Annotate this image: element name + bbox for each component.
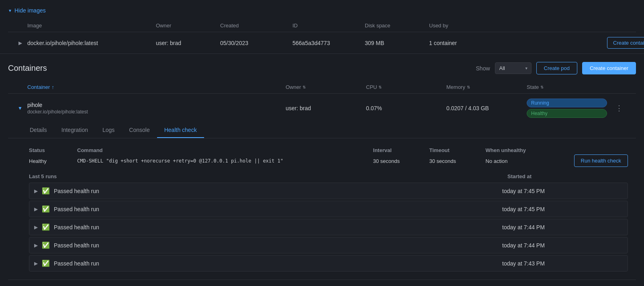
create-pod-button[interactable]: Create pod	[536, 62, 577, 74]
run-expand-icon-3[interactable]: ▶	[34, 243, 38, 248]
running-badge: Running	[527, 99, 607, 107]
tab-health-check[interactable]: Health check	[157, 123, 204, 138]
containers-table-header: Container ↑ Owner ⇅ CPU ⇅ Memory ⇅ State…	[8, 81, 636, 94]
check-icon-1: ✅	[42, 205, 50, 213]
runs-section: Last 5 runs Started at ▶ ✅ Passed health…	[29, 170, 628, 272]
owner-sort-icon: ⇅	[303, 85, 306, 89]
health-timeout-value: 30 seconds	[429, 158, 486, 164]
run-left-2: ▶ ✅ Passed health run	[34, 223, 502, 231]
health-check-content: Status Command Interval Timeout When unh…	[8, 138, 636, 280]
image-usedby: 1 container	[429, 40, 607, 46]
image-id: 566a5a3d4773	[292, 40, 365, 46]
container-expand-button[interactable]: ▼	[13, 105, 27, 112]
run-started-3: today at 7:44 PM	[502, 242, 623, 249]
memory-col-header[interactable]: Memory ⇅	[446, 84, 527, 90]
health-command-value: CMD-SHELL "dig +short +norecurse +retry=…	[77, 158, 373, 164]
container-row-main: ▼ pihole docker.io/pihole/pihole:latest …	[8, 94, 636, 123]
images-section: ▼ Hide images Image Owner Created ID Dis…	[0, 0, 644, 54]
container-cpu: 0.07%	[366, 105, 446, 111]
show-label: Show	[476, 65, 490, 72]
container-tabs: Details Integration Logs Console Health …	[8, 123, 636, 138]
create-container-button[interactable]: Create container	[582, 62, 636, 74]
last-5-runs-label: Last 5 runs	[29, 173, 507, 179]
check-icon-0: ✅	[42, 187, 50, 195]
tab-details[interactable]: Details	[22, 123, 54, 138]
run-row-1: ▶ ✅ Passed health run today at 7:45 PM	[29, 201, 628, 217]
check-icon-3: ✅	[42, 241, 50, 249]
container-state: Running Healthy	[527, 99, 607, 118]
runs-header: Last 5 runs Started at	[29, 170, 628, 183]
run-label-1: Passed health run	[54, 206, 99, 212]
healthy-badge: Healthy	[527, 109, 607, 118]
show-select-wrapper: All Running Stopped	[495, 62, 532, 74]
image-expand-button[interactable]: ▶	[13, 39, 27, 47]
container-more-button[interactable]: ⋮	[607, 103, 631, 113]
usedby-col-header: Used by	[429, 23, 607, 29]
health-info-wrapper: Status Command Interval Timeout When unh…	[29, 145, 628, 167]
image-owner: user: brad	[156, 40, 220, 46]
timeout-col: Timeout	[429, 147, 486, 153]
image-diskspace: 309 MB	[365, 40, 429, 46]
cpu-col-header[interactable]: CPU ⇅	[366, 84, 446, 90]
run-expand-icon-1[interactable]: ▶	[34, 206, 38, 212]
run-label-4: Passed health run	[54, 260, 99, 267]
chevron-down-icon: ▼	[8, 8, 12, 13]
health-table-wrapper: Status Command Interval Timeout When unh…	[29, 145, 566, 167]
container-col-header[interactable]: Container ↑	[27, 84, 286, 90]
image-row: ▶ docker.io/pihole/pihole:latest user: b…	[8, 32, 636, 53]
run-label-3: Passed health run	[54, 242, 99, 249]
state-col-header[interactable]: State ⇅	[527, 84, 607, 90]
health-when-unhealthy-value: No action	[486, 158, 566, 164]
run-left-1: ▶ ✅ Passed health run	[34, 205, 502, 213]
container-row: ▼ pihole docker.io/pihole/pihole:latest …	[8, 94, 636, 280]
container-memory: 0.0207 / 4.03 GB	[446, 105, 527, 111]
health-status-value: Healthy	[29, 158, 77, 164]
interval-col: Interval	[373, 147, 429, 153]
run-left-3: ▶ ✅ Passed health run	[34, 241, 502, 249]
tab-integration[interactable]: Integration	[54, 123, 95, 138]
containers-controls: Show All Running Stopped Create pod Crea…	[476, 62, 636, 74]
hide-images-button[interactable]: ▼ Hide images	[8, 5, 46, 16]
tab-logs[interactable]: Logs	[95, 123, 122, 138]
health-interval-value: 30 seconds	[373, 158, 429, 164]
run-started-2: today at 7:44 PM	[502, 224, 623, 230]
created-col-header: Created	[220, 23, 292, 29]
owner-col-header: Owner	[156, 23, 220, 29]
cpu-sort-icon: ⇅	[378, 85, 382, 89]
containers-header: Containers Show All Running Stopped Crea…	[8, 62, 636, 74]
status-col: Status	[29, 147, 77, 153]
run-label-0: Passed health run	[54, 188, 99, 194]
command-col: Command	[77, 147, 373, 153]
check-icon-2: ✅	[42, 223, 50, 231]
owner-col-header-container[interactable]: Owner ⇅	[286, 84, 366, 90]
container-name-cell: pihole docker.io/pihole/pihole:latest	[27, 102, 286, 115]
containers-section: Containers Show All Running Stopped Crea…	[0, 54, 644, 280]
sort-up-icon: ↑	[51, 84, 54, 90]
container-image: docker.io/pihole/pihole:latest	[27, 109, 286, 115]
containers-title: Containers	[8, 64, 47, 73]
show-select[interactable]: All Running Stopped	[495, 62, 532, 74]
tab-console[interactable]: Console	[122, 123, 157, 138]
run-row-0: ▶ ✅ Passed health run today at 7:45 PM	[29, 183, 628, 199]
container-sort-button[interactable]: Container ↑	[27, 84, 54, 90]
id-col-header: ID	[292, 23, 365, 29]
container-owner: user: brad	[286, 105, 366, 111]
run-expand-icon-0[interactable]: ▶	[34, 188, 38, 194]
run-left-4: ▶ ✅ Passed health run	[34, 259, 502, 267]
run-label-2: Passed health run	[54, 224, 99, 230]
image-name: docker.io/pihole/pihole:latest	[27, 40, 156, 46]
health-table-row: Healthy CMD-SHELL "dig +short +norecurse…	[29, 156, 566, 167]
image-created: 05/30/2023	[220, 40, 292, 46]
run-started-0: today at 7:45 PM	[502, 188, 623, 194]
run-row-2: ▶ ✅ Passed health run today at 7:44 PM	[29, 219, 628, 235]
run-health-check-button[interactable]: Run health check	[574, 154, 628, 167]
run-expand-icon-4[interactable]: ▶	[34, 261, 38, 266]
state-sort-icon: ⇅	[540, 85, 544, 89]
image-create-container-button[interactable]: Create container	[607, 37, 644, 49]
check-icon-4: ✅	[42, 259, 50, 267]
run-row-4: ▶ ✅ Passed health run today at 7:43 PM	[29, 255, 628, 272]
hide-images-label: Hide images	[14, 7, 46, 14]
run-expand-icon-2[interactable]: ▶	[34, 224, 38, 230]
run-started-1: today at 7:45 PM	[502, 206, 623, 212]
when-unhealthy-col: When unhealthy	[486, 147, 566, 153]
